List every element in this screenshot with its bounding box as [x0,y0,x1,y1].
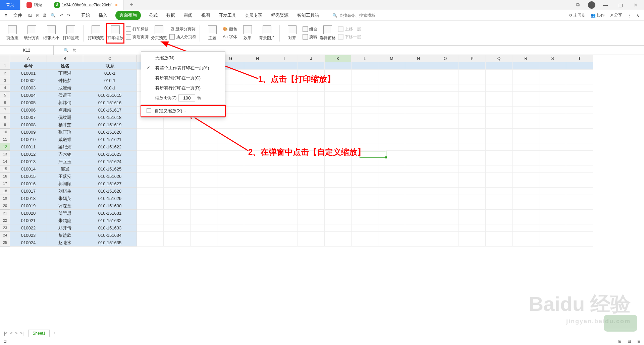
cell[interactable] [164,143,191,151]
cell[interactable] [325,77,352,84]
view-break-icon[interactable]: ⊟ [637,339,641,344]
cell[interactable]: 联系 [83,62,137,70]
cell[interactable] [378,62,405,70]
cell[interactable] [566,151,593,158]
cell[interactable]: 010005 [10,99,47,107]
cell[interactable] [244,77,271,84]
cell[interactable] [459,224,486,232]
zoom-custom-option[interactable]: 自定义缩放(X)... [141,105,226,117]
cell[interactable] [378,180,405,188]
cell[interactable] [352,195,378,202]
cell[interactable] [486,232,513,239]
font-button[interactable]: Aa字体 [223,34,237,40]
cell[interactable] [217,210,244,217]
cell[interactable] [352,114,378,121]
cell[interactable] [271,92,298,99]
cell[interactable] [217,165,244,173]
cell[interactable]: 010-151631 [83,210,137,217]
prev-sheet-icon[interactable]: < [9,331,14,336]
cell[interactable] [325,165,352,173]
cell[interactable] [513,70,539,77]
cell[interactable] [137,188,164,195]
cell[interactable] [298,224,325,232]
qat-redo-icon[interactable]: ↷ [67,13,70,18]
cell[interactable] [459,136,486,143]
cell[interactable] [271,232,298,239]
cell[interactable] [459,180,486,188]
cell[interactable] [352,77,378,84]
print-area-button[interactable]: 打印区域 [62,23,80,44]
menu-会员专享[interactable]: 会员专享 [244,11,263,20]
cell[interactable]: 010-1 [83,70,137,77]
cell[interactable] [352,202,378,210]
cell[interactable] [566,62,593,70]
cell[interactable] [405,224,432,232]
cell[interactable] [405,165,432,173]
cell[interactable] [271,136,298,143]
cell[interactable]: 黎益欣 [47,232,83,239]
cell[interactable]: 学号 [10,62,47,70]
last-sheet-icon[interactable]: >| [19,331,25,336]
cell[interactable] [459,114,486,121]
cell[interactable] [244,107,271,114]
view-layout-icon[interactable]: ▦ [628,339,631,344]
cell[interactable] [325,180,352,188]
cell[interactable] [566,77,593,84]
cell[interactable] [405,158,432,165]
zoom-fit-cols-option[interactable]: 将所有列打印在一页(C) [141,73,225,83]
avatar[interactable] [588,1,595,9]
cell[interactable]: 010008 [10,121,47,129]
cell[interactable] [352,165,378,173]
cell[interactable] [405,92,432,99]
cell[interactable]: 010-151634 [83,232,137,239]
cell[interactable] [432,173,459,180]
cell[interactable] [459,107,486,114]
cell[interactable]: 倪纹珊 [47,114,83,121]
cell[interactable]: 朱嫣英 [47,195,83,202]
cell[interactable] [325,158,352,165]
cell[interactable] [298,217,325,224]
cell[interactable] [486,188,513,195]
cell[interactable] [405,180,432,188]
cell[interactable]: 010-151623 [83,151,137,158]
cell[interactable] [405,84,432,92]
background-button[interactable]: 背景图片 [258,23,276,44]
cell[interactable]: 010006 [10,107,47,114]
cell[interactable] [325,239,352,247]
cell[interactable] [539,114,566,121]
restore-icon[interactable]: ⧉ [573,2,583,8]
cell[interactable] [352,62,378,70]
cell[interactable] [378,77,405,84]
cell[interactable] [191,180,217,188]
theme-button[interactable]: 主题 [203,23,221,44]
cell[interactable]: 010-1 [83,77,137,84]
cell[interactable] [271,180,298,188]
cell[interactable] [405,217,432,224]
cell[interactable] [513,143,539,151]
effect-button[interactable]: 效果 [238,23,257,44]
zoom-ratio-input[interactable] [178,94,195,101]
cell[interactable] [298,151,325,158]
cell[interactable] [217,151,244,158]
cell[interactable] [298,143,325,151]
zoom-fit-all-option[interactable]: 将整个工作表打印在一页(A) [141,63,225,73]
cell[interactable] [325,202,352,210]
cell[interactable] [352,173,378,180]
tab-doke[interactable]: 稻壳 [20,0,48,10]
cell[interactable]: 010020 [10,210,47,217]
cell[interactable] [271,121,298,129]
cell[interactable]: 010021 [10,217,47,224]
cell[interactable] [513,158,539,165]
cell[interactable]: 010-151633 [83,224,137,232]
cell[interactable] [352,129,378,136]
cell[interactable] [298,136,325,143]
cell[interactable]: 傅管思 [47,210,83,217]
next-sheet-icon[interactable]: > [14,331,19,336]
cell[interactable] [244,99,271,107]
cell[interactable] [486,202,513,210]
name-box[interactable]: K12 [0,46,54,55]
cell[interactable] [459,195,486,202]
insert-break-button[interactable]: 插入分页符 [169,34,196,40]
cell[interactable] [137,180,164,188]
cell[interactable] [352,99,378,107]
